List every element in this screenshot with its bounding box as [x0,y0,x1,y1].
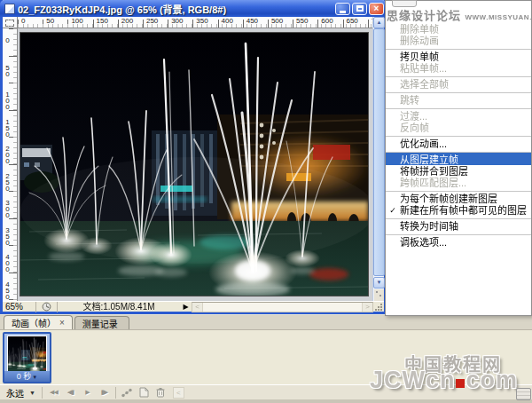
watermark-brand-en-right: com [466,367,518,393]
fountain-photo [20,32,369,296]
menu-item[interactable]: 从图层建立帧 [386,152,531,165]
tween-icon [121,388,133,398]
menu-item[interactable]: 过渡... [386,108,531,122]
ruler-label: 450 [246,17,271,28]
ruler-label: 0 [21,17,46,28]
menu-item[interactable]: 删除动画 [386,35,531,46]
status-bar: 65% 文档:1.05M/8.41M ▶ < > [3,301,384,312]
watermark-red-dot [456,379,465,388]
vertical-scrollbar[interactable]: ▲ ▼ [372,17,384,301]
menu-item-label: 粘贴单帧... [400,63,447,74]
menu-item[interactable]: 跳转 [386,92,531,106]
menu-item-label: 过渡... [400,111,427,122]
first-frame-button[interactable]: ◀◀ [45,386,62,399]
menu-item[interactable]: 转换为时间轴 [386,218,531,232]
animation-panel-menu: 删除单帧 删除动画 拷贝单帧 粘贴单帧... 选择全部帧 跳转 过渡... [385,0,532,316]
ruler-label: 100 [71,17,96,28]
menu-item[interactable]: 为每个新帧创建新图层 [386,191,531,204]
menu-item[interactable]: 优化动画... [386,136,531,149]
maximize-icon [356,5,364,12]
scroll-up-button[interactable]: ▲ [373,17,385,28]
tween-button[interactable] [119,386,136,399]
close-icon: × [374,4,379,13]
tab-close-icon[interactable]: × [59,319,65,328]
panel-tab-bar: 动画（帧） × 测量记录 [0,315,532,330]
menu-item-label: 反向帧 [400,122,429,133]
timer-icon [36,302,58,312]
status-menu-arrow-icon[interactable]: ▶ [180,302,192,312]
menu-item[interactable]: 选择全部帧 [386,76,531,90]
ruler-label: 250 [4,172,12,200]
horizontal-ruler: 0501001502002503003504004505005506006507 [18,17,384,28]
vertical-scroll-thumb[interactable] [373,28,385,276]
ruler-origin-box[interactable] [3,17,18,28]
vertical-ruler: 050100150200250300350400450500 [3,28,18,301]
ruler-label: 50 [4,64,12,91]
menu-item-label: 将帧拼合到图层 [400,166,468,177]
frame-thumbnail[interactable] [7,336,47,373]
menu-item-label: 转换为时间轴 [400,221,458,232]
loop-dropdown-arrow-icon: ▼ [29,390,35,396]
frame-delay-value: 0 秒 [17,372,32,381]
document-titlebar[interactable]: 02_FZ033RyKdJP4.jpg @ 65% (背景, RGB/8#) × [0,0,387,17]
menu-item-label: 跳转 [400,95,419,106]
close-button[interactable]: × [369,3,384,15]
ruler-label: 150 [97,17,121,28]
image-canvas[interactable] [18,28,372,301]
menu-item[interactable]: 跨帧匹配图层... [386,177,531,188]
delay-dropdown-arrow-icon: ▼ [32,375,37,380]
menu-item-label: 拷贝单帧 [400,51,439,62]
ruler-label: 200 [121,17,146,28]
new-frame-button[interactable] [136,386,153,399]
panel-bottom-strip [0,399,532,403]
zoom-level-field[interactable]: 65% [3,302,36,312]
ruler-label: 300 [171,17,196,28]
watermark-brand-en-left: JCWcn [370,367,456,393]
scroll-left-button[interactable]: < [192,303,203,312]
ruler-label: 350 [4,226,12,254]
document-window: 02_FZ033RyKdJP4.jpg @ 65% (背景, RGB/8#) ×… [0,0,387,314]
menu-item[interactable]: 调板选项... [386,234,531,248]
frames-scroll-left-button[interactable]: < [173,387,184,399]
menu-item-label: 删除动画 [400,36,439,46]
menu-item[interactable]: ✓ 新建在所有帧中都可见的图层 [386,204,531,216]
loop-count-selector[interactable]: 永远 ▼ [0,386,39,399]
menu-item[interactable]: 将帧拼合到图层 [386,165,531,177]
minimize-icon [340,11,346,13]
horizontal-scrollbar[interactable]: < > [192,302,373,312]
ruler-label: 600 [321,17,346,28]
menu-item[interactable]: 粘贴单帧... [386,62,531,74]
next-frame-button[interactable]: ▮▶ [96,386,113,399]
ruler-label: 150 [4,118,12,146]
frame-thumbnail-image [8,336,46,372]
watermark-brand-en: JCWcncom [370,367,518,394]
panel-tab[interactable]: 测量记录 [74,316,129,329]
watermark-top: 思缘设计论坛 WWW.MISSYUAN.COM [387,6,532,23]
animation-frame-1[interactable]: 1 0 秒▼ [3,332,51,383]
menu-item-label: 调板选项... [400,237,447,248]
divider [115,387,116,399]
resize-grip[interactable] [373,302,384,312]
menu-item[interactable]: 拷贝单帧 [386,49,531,62]
divider [42,387,43,399]
frame-delay-selector[interactable]: 0 秒▼ [4,371,50,382]
document-icon [4,4,15,14]
scrollbar-grip [374,289,384,301]
scroll-right-button[interactable]: > [362,303,372,312]
play-button[interactable]: ▶ [79,386,96,399]
document-title: 02_FZ033RyKdJP4.jpg @ 65% (背景, RGB/8#) [18,2,333,16]
scroll-down-button[interactable]: ▼ [373,277,385,288]
menu-item-label: 删除单帧 [400,24,439,35]
ruler-label: 300 [4,199,12,226]
delete-frame-button[interactable] [153,386,169,399]
menu-item-label: 为每个新帧创建新图层 [400,194,497,204]
menu-item[interactable]: 反向帧 [386,122,531,133]
previous-frame-button[interactable]: ◀▮ [62,386,79,399]
document-size-info: 文档:1.05M/8.41M [58,302,180,312]
ruler-label: 400 [4,253,12,281]
panel-tab[interactable]: 动画（帧） × [4,315,73,329]
minimize-button[interactable] [335,3,350,15]
menu-item[interactable]: 删除单帧 [386,23,531,35]
watermark-site-name: 思缘设计论坛 [387,9,461,22]
maximize-button[interactable] [352,3,367,15]
